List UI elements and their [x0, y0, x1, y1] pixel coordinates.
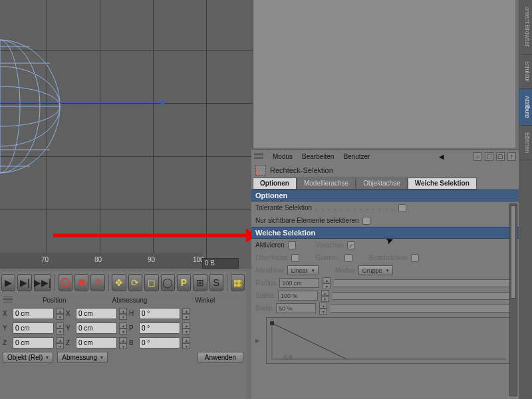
tab-weiche-selektion[interactable]: Weiche Selektion — [408, 178, 477, 190]
tick-label: 70 — [41, 256, 49, 263]
coord-input[interactable]: 0 ° — [139, 323, 180, 334]
label-radius: Radius — [255, 279, 276, 287]
coordinate-manager: Position Abmessung Winkel X0 cm▴▾X0 cm▴▾… — [0, 294, 246, 399]
checkbox-limit[interactable] — [411, 254, 419, 262]
coord-input[interactable]: 0 ° — [139, 308, 180, 319]
slider-strength[interactable] — [332, 292, 515, 300]
coord-input[interactable]: 0 cm — [13, 337, 54, 348]
frame-counter[interactable]: 0 B — [202, 258, 239, 269]
tab-optionen[interactable]: Optionen — [253, 178, 297, 190]
label-falloff: Abnahme — [255, 267, 284, 274]
checkbox-rubber[interactable] — [344, 254, 352, 262]
menu-edit[interactable]: Bearbeiten — [298, 152, 338, 162]
spinner[interactable]: ▴▾ — [56, 337, 64, 348]
spinner-strength[interactable]: ▴▾ — [321, 290, 329, 301]
slider-width[interactable] — [331, 305, 515, 313]
annotation-arrow — [53, 226, 259, 246]
select-falloff[interactable]: Linear — [287, 265, 319, 275]
header-position: Position — [17, 297, 92, 304]
key-options-button[interactable]: ? — [90, 274, 104, 291]
select-mode[interactable]: Gruppe — [358, 265, 393, 275]
spinner-radius[interactable]: ▴▾ — [323, 277, 331, 289]
scroll-thumb[interactable] — [511, 205, 516, 299]
slider-radius[interactable] — [334, 279, 515, 287]
menu-modus[interactable]: Modus — [269, 152, 297, 162]
falloff-curve[interactable]: 0.8 — [266, 317, 511, 364]
spinner[interactable]: ▴▾ — [119, 337, 127, 348]
side-tab-struktur[interactable]: Struktur — [519, 55, 532, 90]
go-end-button[interactable]: ▶▶| — [34, 274, 51, 291]
spinner[interactable]: ▴▾ — [119, 308, 127, 319]
coord-input[interactable]: 0 cm — [76, 323, 117, 334]
input-width[interactable]: 50 % — [276, 303, 316, 313]
s-button[interactable]: S — [209, 274, 223, 291]
up-icon[interactable]: ↑ — [507, 152, 516, 161]
back-icon[interactable]: ◀ — [439, 153, 444, 160]
spinner[interactable]: ▴▾ — [182, 308, 190, 319]
menu-user[interactable]: Benutzer — [339, 152, 374, 162]
spinner[interactable]: ▴▾ — [119, 323, 127, 334]
coord-input[interactable]: 0 cm — [76, 308, 117, 319]
object-mode-select[interactable]: Objekt (Rel) — [3, 352, 53, 363]
move-tool-button[interactable]: ✥ — [112, 274, 126, 291]
lock-icon[interactable]: ⎕ — [485, 152, 493, 161]
coord-input[interactable]: 0 ° — [139, 337, 180, 348]
timeline-ruler[interactable]: 70 80 90 100 — [0, 253, 202, 269]
tab-modellierachse[interactable]: Modellierachse — [297, 178, 356, 190]
z-axis-gizmo[interactable] — [0, 102, 163, 103]
checkbox-visible-only[interactable] — [362, 217, 370, 225]
rect-selection-icon — [255, 165, 266, 176]
tab-objektachse[interactable]: Objektachse — [356, 178, 408, 190]
coord-label: H — [129, 310, 137, 317]
coord-input[interactable]: 0 cm — [13, 323, 54, 334]
coord-label: P — [129, 325, 137, 332]
header-size: Abmessung — [92, 297, 167, 304]
param-button[interactable]: P — [177, 274, 191, 291]
search-icon[interactable]: ⌕ — [473, 152, 482, 161]
play-button[interactable]: ▶ — [1, 274, 15, 291]
checkbox-tolerant[interactable] — [398, 204, 406, 212]
spinner-width[interactable]: ▴▾ — [319, 303, 327, 314]
render-button[interactable]: ▦ — [231, 274, 245, 291]
autokey-button[interactable] — [74, 274, 88, 291]
checkbox-preview[interactable] — [347, 241, 355, 249]
new-icon[interactable]: ▢ — [496, 152, 505, 161]
side-tab-attribute[interactable]: Attribute — [519, 89, 532, 126]
curve-tick: 0.8 — [284, 354, 293, 360]
attr-scrollbar[interactable] — [509, 203, 517, 396]
input-radius[interactable]: 100 cm — [279, 278, 319, 288]
spinner[interactable]: ▴▾ — [182, 337, 190, 348]
side-tab-ebenen[interactable]: Ebenen — [519, 126, 532, 160]
axis-button[interactable]: ◯ — [161, 274, 175, 291]
coord-input[interactable]: 0 cm — [76, 337, 117, 348]
expand-curve-icon[interactable]: ▶ — [255, 337, 260, 344]
next-frame-button[interactable]: ▶| — [17, 274, 31, 291]
spinner[interactable]: ▴▾ — [56, 308, 64, 319]
label-surface: Oberfläche — [255, 254, 288, 261]
grip-icon — [3, 297, 13, 303]
coord-label: B — [129, 339, 137, 346]
section-optionen: Optionen — [251, 190, 519, 201]
preview-pane[interactable] — [253, 0, 515, 148]
svg-rect-15 — [270, 321, 274, 325]
snap-button[interactable]: ⊞ — [193, 274, 207, 291]
checkbox-surface[interactable] — [291, 254, 299, 262]
rotate-tool-button[interactable]: ⟳ — [128, 274, 142, 291]
checkbox-activate[interactable] — [288, 241, 296, 249]
label-mode: Modus — [335, 267, 355, 274]
coord-input[interactable]: 0 cm — [13, 308, 54, 319]
sphere-wireframe[interactable] — [0, 33, 70, 186]
spinner[interactable]: ▴▾ — [56, 323, 64, 334]
label-strength: Stärke — [255, 292, 275, 299]
record-key-button[interactable] — [59, 274, 72, 291]
label-preview: Vorschau — [316, 241, 344, 249]
apply-button[interactable]: Anwenden — [198, 352, 243, 363]
label-activate: Aktivieren — [255, 241, 285, 249]
size-mode-select[interactable]: Abmessung — [57, 352, 108, 363]
tool-title: Rechteck-Selektion — [270, 166, 333, 174]
spinner[interactable]: ▴▾ — [182, 323, 190, 334]
side-tab-content-browser[interactable]: ontent Browser — [519, 0, 532, 55]
scale-tool-button[interactable]: ◻ — [144, 274, 158, 291]
svg-point-13 — [61, 279, 69, 287]
input-strength[interactable]: 100 % — [278, 291, 318, 301]
